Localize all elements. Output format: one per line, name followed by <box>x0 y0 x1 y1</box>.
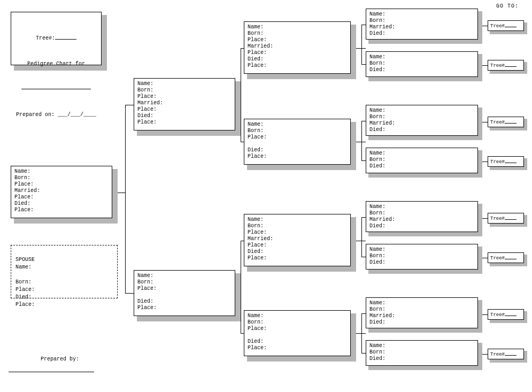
pedigree-chart-for-label: Pedigree Chart for <box>14 60 98 68</box>
connector <box>361 25 362 64</box>
person-fields: Name: Born: Place: Married: Place: Died:… <box>134 78 235 130</box>
spouse-name: Name: <box>16 264 32 270</box>
spouse-born: Born: <box>16 279 32 285</box>
prepared-by: Prepared by: <box>41 356 94 372</box>
connector <box>356 333 366 334</box>
connector <box>241 241 241 334</box>
connector <box>241 48 244 49</box>
person-fields: Name: Born: Place: Married: Place: Died:… <box>244 21 351 74</box>
person-fields: Name: Born: Place: Married: Place: Died:… <box>244 214 351 266</box>
person-fields: Name: Born: Died: <box>366 148 478 173</box>
connector <box>356 48 366 49</box>
tree-tag-blank[interactable] <box>505 215 516 220</box>
tree-tag-blank[interactable] <box>505 311 516 316</box>
connector <box>361 217 362 257</box>
tree-tag-label: Tree# <box>490 120 505 125</box>
connector <box>125 293 134 294</box>
spouse-box[interactable]: SPOUSE Name: Born: Place: Died: Place: <box>11 245 118 298</box>
connector <box>482 65 488 66</box>
connector <box>482 122 488 122</box>
connector <box>241 333 244 334</box>
prepared-on-label: Prepared on: <box>16 112 55 118</box>
connector <box>361 160 366 161</box>
connector <box>361 121 366 121</box>
connector <box>125 105 126 294</box>
tree-tag-label: Tree# <box>490 159 505 165</box>
connector <box>241 241 244 241</box>
tree-tag-blank[interactable] <box>505 62 516 67</box>
connector <box>361 353 366 353</box>
tree-number-blank[interactable] <box>55 34 76 40</box>
spouse-place: Place: <box>16 287 35 293</box>
tree-tag-blank[interactable] <box>505 158 516 163</box>
connector <box>482 258 488 258</box>
tree-number-label: Tree#: <box>36 35 55 41</box>
connector <box>361 217 366 218</box>
spouse-place2: Place: <box>16 302 35 308</box>
connector <box>361 257 366 257</box>
person-fields: Name: Born: Married: Died: <box>366 297 478 328</box>
tree-tag-blank[interactable] <box>505 255 516 259</box>
connector <box>241 142 244 142</box>
person-fields: Name: Born: Died: <box>366 244 478 270</box>
connector <box>361 121 362 160</box>
prepared-on-date-blank[interactable]: ___/___/____ <box>58 112 96 118</box>
pedigree-name-blank[interactable] <box>21 89 91 89</box>
connector <box>482 354 488 355</box>
connector <box>361 64 366 65</box>
tree-tag-label: Tree# <box>490 256 505 261</box>
person-fields: Name: Born: Married: Died: <box>366 105 478 136</box>
tree-tag-blank[interactable] <box>505 351 516 356</box>
connector <box>118 193 125 193</box>
tree-tag-blank[interactable] <box>505 22 516 27</box>
prepared-by-label: Prepared by: <box>41 356 79 362</box>
tree-tag-label: Tree# <box>490 24 505 29</box>
connector <box>241 48 241 142</box>
person-fields: Name: Born: Died: <box>366 340 478 366</box>
goto-label: GO TO: <box>496 3 519 9</box>
connector <box>482 162 488 162</box>
connector <box>125 105 134 105</box>
person-fields: Name: Born: Married: Died: <box>366 9 478 40</box>
connector <box>241 105 241 105</box>
connector <box>482 26 488 26</box>
connector <box>361 313 362 353</box>
connector <box>356 142 366 142</box>
spouse-died: Died: <box>16 294 32 300</box>
person-fields: Name: Born: Place: Died: Place: <box>134 270 235 316</box>
connector <box>361 313 366 314</box>
connector <box>361 25 366 25</box>
tree-tag-blank[interactable] <box>505 119 516 124</box>
spouse-title: SPOUSE <box>16 257 35 263</box>
person-fields: Name: Born: Married: Died: <box>366 201 478 232</box>
tree-tag-label: Tree# <box>490 352 505 357</box>
connector <box>356 241 366 241</box>
person-fields: Name: Born: Place: Died: Place: <box>244 310 351 356</box>
tree-tag-label: Tree# <box>490 312 505 318</box>
person-fields: Name: Born: Place: Died: Place: <box>244 119 351 165</box>
prepared-by-blank[interactable] <box>9 372 94 372</box>
tree-tag-label: Tree# <box>490 216 505 221</box>
connector <box>482 218 488 219</box>
connector <box>482 314 488 315</box>
tree-tag-label: Tree# <box>490 63 505 68</box>
person-fields: Name: Born: Place: Married: Place: Died:… <box>11 166 112 218</box>
person-fields: Name: Born: Died: <box>366 51 478 77</box>
